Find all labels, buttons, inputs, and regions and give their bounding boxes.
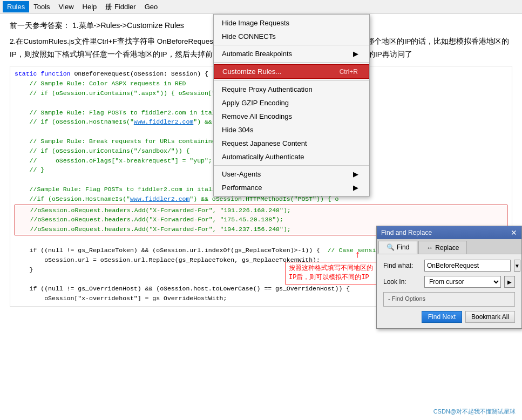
menu-item-request-japanese[interactable]: Request Japanese Content	[214, 137, 369, 150]
annotation-arrow: ↑	[355, 248, 361, 263]
find-icon: 🔍	[387, 243, 395, 251]
menu-item-hide-image[interactable]: Hide Image Requests	[214, 16, 369, 30]
find-replace-dialog: Find and Replace ✕ 🔍 Find ↔ Replace Find…	[376, 226, 522, 329]
menu-geo[interactable]: Geo	[140, 1, 162, 12]
replace-icon: ↔	[426, 244, 433, 252]
arrow-icon: ▶	[353, 50, 358, 58]
menu-item-apply-gzip[interactable]: Apply GZIP Encoding	[214, 96, 369, 110]
menu-item-remove-encodings[interactable]: Remove All Encodings	[214, 110, 369, 123]
find-what-label: Find what:	[383, 262, 421, 269]
menu-section-2: Automatic Breakpoints ▶	[214, 45, 369, 63]
find-options-label: - Find Options	[388, 295, 510, 302]
find-what-input[interactable]	[424, 260, 511, 272]
dialog-titlebar: Find and Replace ✕	[377, 226, 521, 239]
dialog-close-button[interactable]: ✕	[511, 228, 517, 237]
dialog-tab-find[interactable]: 🔍 Find	[378, 241, 417, 254]
dialog-buttons-row: Find Next Bookmark All	[383, 311, 515, 323]
customize-shortcut: Ctrl+R	[340, 68, 358, 76]
dialog-tabs: 🔍 Find ↔ Replace	[377, 239, 521, 254]
menu-section-5: User-Agents ▶ Performance ▶	[214, 166, 369, 196]
find-what-row: Find what: ▼	[383, 260, 515, 272]
find-options-section: - Find Options	[383, 292, 515, 307]
user-agents-arrow: ▶	[353, 170, 358, 178]
menu-item-hide-304s[interactable]: Hide 304s	[214, 123, 369, 137]
look-in-select[interactable]: From cursor	[424, 276, 501, 288]
menu-rules[interactable]: Rules	[3, 1, 29, 12]
menu-section-4: Require Proxy Authentication Apply GZIP …	[214, 81, 369, 166]
annotation-bubble: 按照这种格式填写不同地区的IP后，则可以模拟不同的IP	[285, 262, 382, 284]
menu-item-customize-rules[interactable]: Customize Rules... Ctrl+R	[214, 64, 369, 79]
menu-item-auto-breakpoints[interactable]: Automatic Breakpoints ▶	[214, 47, 369, 60]
dialog-body: Find what: ▼ Look In: From cursor ▶ - Fi…	[377, 254, 521, 328]
rules-dropdown-menu: Hide Image Requests Hide CONNECTs Automa…	[213, 14, 370, 197]
menu-bar: Rules Tools View Help 册 Fiddler Geo	[0, 0, 522, 14]
dialog-tab-replace[interactable]: ↔ Replace	[418, 241, 467, 254]
find-next-button[interactable]: Find Next	[422, 311, 462, 323]
find-what-expand[interactable]: ▼	[514, 260, 520, 272]
code-line-16: //oSession.oRequest.headers.Add("X-Forwa…	[15, 215, 507, 225]
menu-fiddler[interactable]: 册 Fiddler	[101, 1, 140, 13]
code-line-15: //oSession.oRequest.headers.Add("X-Forwa…	[15, 206, 507, 215]
look-in-expand[interactable]: ▶	[504, 276, 515, 288]
menu-view[interactable]: View	[55, 1, 78, 12]
look-in-label: Look In:	[383, 278, 421, 286]
performance-arrow: ▶	[353, 184, 358, 192]
menu-item-require-proxy[interactable]: Require Proxy Authentication	[214, 83, 369, 96]
menu-item-user-agents[interactable]: User-Agents ▶	[214, 167, 369, 181]
bookmark-all-button[interactable]: Bookmark All	[465, 311, 515, 323]
menu-item-hide-connects[interactable]: Hide CONNECTs	[214, 30, 369, 43]
menu-section-3: Customize Rules... Ctrl+R	[214, 63, 369, 81]
watermark: CSDN@对不起我不懂测试星球	[433, 408, 516, 416]
menu-help[interactable]: Help	[78, 1, 101, 12]
menu-item-performance[interactable]: Performance ▶	[214, 181, 369, 194]
look-in-row: Look In: From cursor ▶	[383, 276, 515, 288]
menu-section-1: Hide Image Requests Hide CONNECTs	[214, 15, 369, 45]
menu-item-auto-auth[interactable]: Automatically Authenticate	[214, 150, 369, 164]
menu-tools[interactable]: Tools	[29, 1, 54, 12]
